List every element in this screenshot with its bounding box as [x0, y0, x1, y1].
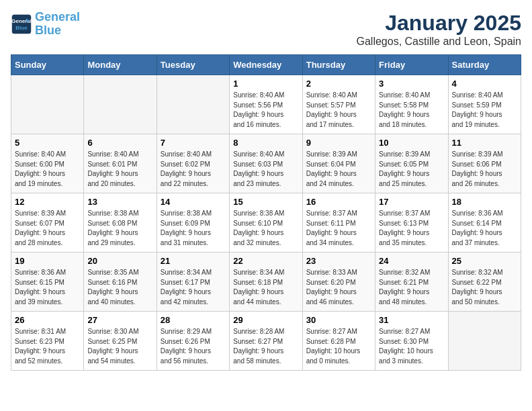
- calendar-cell: 21Sunrise: 8:34 AM Sunset: 6:17 PM Dayli…: [157, 253, 229, 312]
- day-number: 14: [161, 197, 226, 207]
- month-title: January 2025: [357, 11, 522, 36]
- logo-icon: General Blue: [11, 13, 32, 35]
- title-area: January 2025 Gallegos, Castille and Leon…: [357, 11, 522, 48]
- day-number: 25: [452, 256, 517, 266]
- svg-text:Blue: Blue: [15, 25, 28, 31]
- day-info: Sunrise: 8:36 AM Sunset: 6:15 PM Dayligh…: [15, 268, 80, 307]
- calendar-cell: 31Sunrise: 8:27 AM Sunset: 6:30 PM Dayli…: [375, 312, 448, 371]
- day-info: Sunrise: 8:39 AM Sunset: 6:06 PM Dayligh…: [452, 150, 517, 189]
- logo: General Blue GeneralBlue: [11, 11, 80, 38]
- day-number: 20: [87, 256, 152, 266]
- location-title: Gallegos, Castille and Leon, Spain: [357, 36, 522, 48]
- day-number: 4: [452, 79, 517, 89]
- day-info: Sunrise: 8:40 AM Sunset: 5:57 PM Dayligh…: [306, 91, 371, 130]
- calendar-cell: 5Sunrise: 8:40 AM Sunset: 6:00 PM Daylig…: [11, 134, 84, 193]
- day-info: Sunrise: 8:27 AM Sunset: 6:28 PM Dayligh…: [306, 327, 371, 366]
- day-number: 7: [161, 138, 226, 148]
- calendar-cell: 28Sunrise: 8:29 AM Sunset: 6:26 PM Dayli…: [157, 312, 229, 371]
- weekday-header-sunday: Sunday: [11, 55, 84, 75]
- week-row-2: 5Sunrise: 8:40 AM Sunset: 6:00 PM Daylig…: [11, 134, 521, 193]
- day-info: Sunrise: 8:40 AM Sunset: 5:59 PM Dayligh…: [452, 91, 517, 130]
- day-number: 31: [379, 315, 444, 325]
- day-info: Sunrise: 8:27 AM Sunset: 6:30 PM Dayligh…: [379, 327, 444, 366]
- calendar-cell: 22Sunrise: 8:34 AM Sunset: 6:18 PM Dayli…: [230, 253, 302, 312]
- day-info: Sunrise: 8:38 AM Sunset: 6:08 PM Dayligh…: [87, 209, 152, 248]
- calendar-cell: 11Sunrise: 8:39 AM Sunset: 6:06 PM Dayli…: [448, 134, 521, 193]
- day-number: 19: [15, 256, 80, 266]
- weekday-header-tuesday: Tuesday: [157, 55, 229, 75]
- calendar-cell: 19Sunrise: 8:36 AM Sunset: 6:15 PM Dayli…: [11, 253, 84, 312]
- week-row-3: 12Sunrise: 8:39 AM Sunset: 6:07 PM Dayli…: [11, 193, 521, 253]
- day-number: 10: [379, 138, 444, 148]
- calendar-cell: 14Sunrise: 8:38 AM Sunset: 6:09 PM Dayli…: [157, 193, 229, 253]
- calendar-cell: [84, 75, 157, 134]
- day-number: 9: [306, 138, 371, 148]
- week-row-1: 1Sunrise: 8:40 AM Sunset: 5:56 PM Daylig…: [11, 75, 521, 134]
- day-info: Sunrise: 8:40 AM Sunset: 5:56 PM Dayligh…: [233, 91, 298, 130]
- day-number: 5: [15, 138, 80, 148]
- calendar-cell: [448, 312, 521, 371]
- day-number: 15: [233, 197, 298, 207]
- day-number: 24: [379, 256, 444, 266]
- day-info: Sunrise: 8:39 AM Sunset: 6:04 PM Dayligh…: [306, 150, 371, 189]
- calendar-cell: [157, 75, 229, 134]
- day-info: Sunrise: 8:40 AM Sunset: 6:02 PM Dayligh…: [161, 150, 226, 189]
- day-number: 27: [87, 315, 152, 325]
- day-number: 23: [306, 256, 371, 266]
- page-header: General Blue GeneralBlue January 2025 Ga…: [11, 11, 521, 48]
- calendar-cell: 7Sunrise: 8:40 AM Sunset: 6:02 PM Daylig…: [157, 134, 229, 193]
- calendar-cell: 17Sunrise: 8:37 AM Sunset: 6:13 PM Dayli…: [375, 193, 448, 253]
- day-number: 8: [233, 138, 298, 148]
- day-number: 3: [379, 79, 444, 89]
- calendar-cell: 12Sunrise: 8:39 AM Sunset: 6:07 PM Dayli…: [11, 193, 84, 253]
- day-info: Sunrise: 8:28 AM Sunset: 6:27 PM Dayligh…: [233, 327, 298, 366]
- day-number: 12: [15, 197, 80, 207]
- calendar-cell: 16Sunrise: 8:37 AM Sunset: 6:11 PM Dayli…: [302, 193, 375, 253]
- day-number: 26: [15, 315, 80, 325]
- day-info: Sunrise: 8:40 AM Sunset: 6:01 PM Dayligh…: [87, 150, 152, 189]
- weekday-header-wednesday: Wednesday: [230, 55, 302, 75]
- calendar-cell: 29Sunrise: 8:28 AM Sunset: 6:27 PM Dayli…: [230, 312, 302, 371]
- logo-text: GeneralBlue: [35, 11, 80, 38]
- day-number: 2: [306, 79, 371, 89]
- calendar-cell: 30Sunrise: 8:27 AM Sunset: 6:28 PM Dayli…: [302, 312, 375, 371]
- day-number: 22: [233, 256, 298, 266]
- calendar-cell: 23Sunrise: 8:33 AM Sunset: 6:20 PM Dayli…: [302, 253, 375, 312]
- day-info: Sunrise: 8:37 AM Sunset: 6:11 PM Dayligh…: [306, 209, 371, 248]
- day-info: Sunrise: 8:34 AM Sunset: 6:18 PM Dayligh…: [233, 268, 298, 307]
- day-number: 1: [233, 79, 298, 89]
- week-row-5: 26Sunrise: 8:31 AM Sunset: 6:23 PM Dayli…: [11, 312, 521, 371]
- calendar-cell: 27Sunrise: 8:30 AM Sunset: 6:25 PM Dayli…: [84, 312, 157, 371]
- calendar-cell: 4Sunrise: 8:40 AM Sunset: 5:59 PM Daylig…: [448, 75, 521, 134]
- calendar-cell: 3Sunrise: 8:40 AM Sunset: 5:58 PM Daylig…: [375, 75, 448, 134]
- day-info: Sunrise: 8:29 AM Sunset: 6:26 PM Dayligh…: [161, 327, 226, 366]
- day-info: Sunrise: 8:38 AM Sunset: 6:10 PM Dayligh…: [233, 209, 298, 248]
- calendar-cell: [11, 75, 84, 134]
- day-number: 18: [452, 197, 517, 207]
- day-info: Sunrise: 8:31 AM Sunset: 6:23 PM Dayligh…: [15, 327, 80, 366]
- calendar-cell: 6Sunrise: 8:40 AM Sunset: 6:01 PM Daylig…: [84, 134, 157, 193]
- calendar-cell: 20Sunrise: 8:35 AM Sunset: 6:16 PM Dayli…: [84, 253, 157, 312]
- day-info: Sunrise: 8:40 AM Sunset: 6:00 PM Dayligh…: [15, 150, 80, 189]
- day-number: 28: [161, 315, 226, 325]
- day-info: Sunrise: 8:37 AM Sunset: 6:13 PM Dayligh…: [379, 209, 444, 248]
- day-info: Sunrise: 8:39 AM Sunset: 6:07 PM Dayligh…: [15, 209, 80, 248]
- weekday-header-thursday: Thursday: [302, 55, 375, 75]
- calendar-cell: 24Sunrise: 8:32 AM Sunset: 6:21 PM Dayli…: [375, 253, 448, 312]
- day-number: 6: [87, 138, 152, 148]
- day-info: Sunrise: 8:30 AM Sunset: 6:25 PM Dayligh…: [87, 327, 152, 366]
- day-info: Sunrise: 8:38 AM Sunset: 6:09 PM Dayligh…: [161, 209, 226, 248]
- day-info: Sunrise: 8:40 AM Sunset: 5:58 PM Dayligh…: [379, 91, 444, 130]
- day-number: 11: [452, 138, 517, 148]
- day-number: 29: [233, 315, 298, 325]
- calendar-cell: 25Sunrise: 8:32 AM Sunset: 6:22 PM Dayli…: [448, 253, 521, 312]
- calendar-cell: 9Sunrise: 8:39 AM Sunset: 6:04 PM Daylig…: [302, 134, 375, 193]
- weekday-header-monday: Monday: [84, 55, 157, 75]
- day-number: 16: [306, 197, 371, 207]
- weekday-header-saturday: Saturday: [448, 55, 521, 75]
- day-info: Sunrise: 8:32 AM Sunset: 6:22 PM Dayligh…: [452, 268, 517, 307]
- calendar-cell: 2Sunrise: 8:40 AM Sunset: 5:57 PM Daylig…: [302, 75, 375, 134]
- calendar-cell: 26Sunrise: 8:31 AM Sunset: 6:23 PM Dayli…: [11, 312, 84, 371]
- day-number: 21: [161, 256, 226, 266]
- weekday-header-row: SundayMondayTuesdayWednesdayThursdayFrid…: [11, 55, 521, 75]
